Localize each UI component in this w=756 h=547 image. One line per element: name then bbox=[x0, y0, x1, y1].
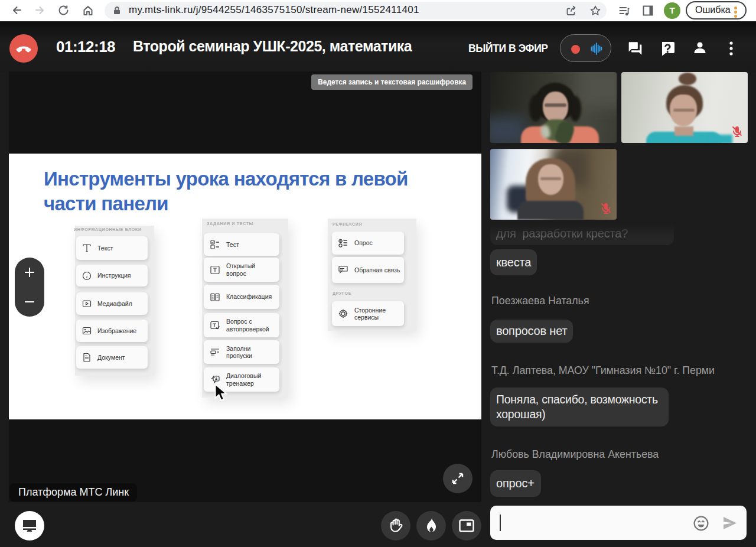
svg-text:A: A bbox=[215, 376, 218, 380]
svg-text:i: i bbox=[86, 273, 88, 279]
